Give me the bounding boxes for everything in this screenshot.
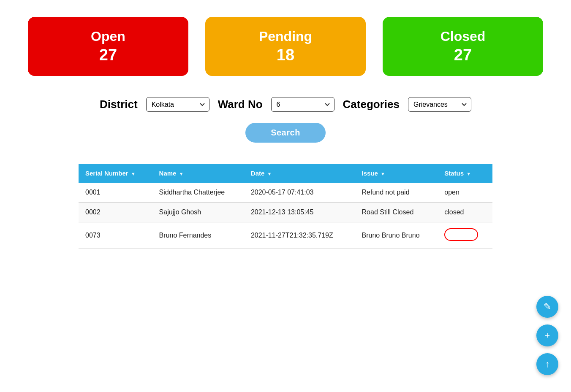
cell-name: Sajujjo Ghosh bbox=[152, 203, 244, 222]
cell-serial: 0073 bbox=[79, 222, 152, 249]
ward-select[interactable]: 12345678910 bbox=[271, 97, 334, 112]
stats-row: Open 27 Pending 18 Closed 27 bbox=[0, 0, 571, 89]
cell-name: Bruno Fernandes bbox=[152, 222, 244, 249]
pending-label: Pending bbox=[214, 29, 357, 44]
closed-card[interactable]: Closed 27 bbox=[383, 17, 543, 76]
pending-card[interactable]: Pending 18 bbox=[205, 17, 366, 76]
add-fab-button[interactable]: + bbox=[536, 324, 558, 346]
cell-status: closed bbox=[438, 203, 492, 222]
open-count: 27 bbox=[36, 46, 180, 64]
cell-serial: 0002 bbox=[79, 203, 152, 222]
open-card[interactable]: Open 27 bbox=[28, 17, 188, 76]
ward-label: Ward No bbox=[218, 98, 263, 111]
categories-select[interactable]: GrievancesComplaintsRequests bbox=[408, 97, 471, 112]
name-filter-icon[interactable]: ▼ bbox=[179, 171, 184, 176]
cell-serial: 0001 bbox=[79, 183, 152, 203]
cell-date: 2021-11-27T21:32:35.719Z bbox=[244, 222, 355, 249]
table-row: 0001Siddhartha Chatterjee2020-05-17 07:4… bbox=[79, 183, 492, 203]
table-row: 0073Bruno Fernandes2021-11-27T21:32:35.7… bbox=[79, 222, 492, 249]
cell-issue: Refund not paid bbox=[355, 183, 438, 203]
cell-status: open bbox=[438, 183, 492, 203]
search-button[interactable]: Search bbox=[245, 123, 326, 143]
table-row: 0002Sajujjo Ghosh2021-12-13 13:05:45Road… bbox=[79, 203, 492, 222]
open-label: Open bbox=[36, 29, 180, 44]
district-select[interactable]: KolkataMumbaiDelhiChennai bbox=[146, 97, 209, 112]
issue-filter-icon[interactable]: ▼ bbox=[381, 171, 385, 176]
district-label: District bbox=[100, 98, 138, 111]
grievances-table: Serial Number ▼ Name ▼ Date ▼ Issue ▼ St… bbox=[79, 164, 492, 249]
fab-container: ✎ + ↑ bbox=[536, 296, 558, 375]
cell-name: Siddhartha Chatterjee bbox=[152, 183, 244, 203]
edit-icon: ✎ bbox=[544, 301, 551, 312]
scroll-up-fab-button[interactable]: ↑ bbox=[536, 353, 558, 375]
cell-issue: Road Still Closed bbox=[355, 203, 438, 222]
closed-label: Closed bbox=[391, 29, 535, 44]
col-status: Status ▼ bbox=[438, 164, 492, 183]
date-filter-icon[interactable]: ▼ bbox=[267, 171, 272, 176]
col-serial: Serial Number ▼ bbox=[79, 164, 152, 183]
pending-count: 18 bbox=[214, 46, 357, 64]
col-date: Date ▼ bbox=[244, 164, 355, 183]
cell-status bbox=[438, 222, 492, 249]
search-row: Search bbox=[0, 116, 571, 155]
table-container: Serial Number ▼ Name ▼ Date ▼ Issue ▼ St… bbox=[53, 164, 518, 249]
add-icon: + bbox=[545, 330, 550, 341]
closed-count: 27 bbox=[391, 46, 535, 64]
serial-filter-icon[interactable]: ▼ bbox=[131, 171, 136, 176]
status-filter-icon[interactable]: ▼ bbox=[466, 171, 471, 176]
empty-status-circle bbox=[444, 228, 478, 241]
categories-label: Categories bbox=[343, 98, 400, 111]
cell-issue: Bruno Bruno Bruno bbox=[355, 222, 438, 249]
col-name: Name ▼ bbox=[152, 164, 244, 183]
cell-date: 2020-05-17 07:41:03 bbox=[244, 183, 355, 203]
up-icon: ↑ bbox=[545, 359, 550, 370]
table-body: 0001Siddhartha Chatterjee2020-05-17 07:4… bbox=[79, 183, 492, 249]
edit-fab-button[interactable]: ✎ bbox=[536, 296, 558, 318]
table-header-row: Serial Number ▼ Name ▼ Date ▼ Issue ▼ St… bbox=[79, 164, 492, 183]
filter-row: District KolkataMumbaiDelhiChennai Ward … bbox=[0, 89, 571, 116]
cell-date: 2021-12-13 13:05:45 bbox=[244, 203, 355, 222]
col-issue: Issue ▼ bbox=[355, 164, 438, 183]
